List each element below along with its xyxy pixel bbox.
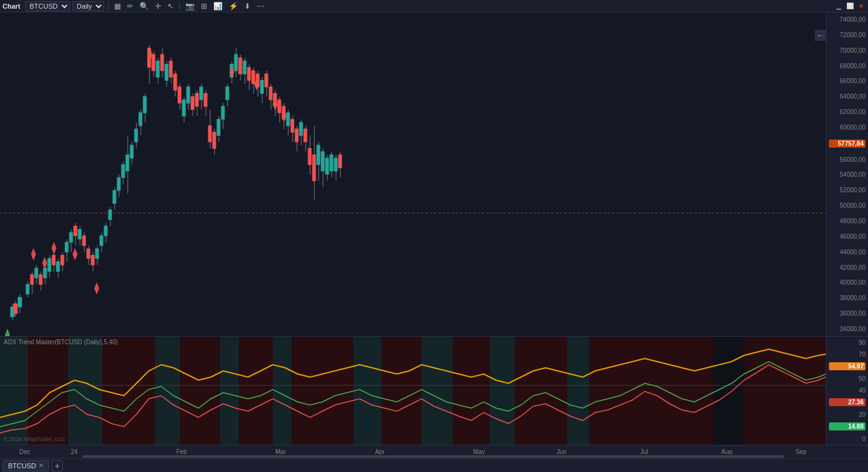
grid-icon[interactable]: ⊞ [199, 2, 209, 11]
adx-90: 90 [829, 339, 866, 346]
svg-rect-52 [82, 236, 86, 246]
adx-canvas [0, 337, 826, 445]
collapse-btn[interactable]: ← [815, 30, 826, 41]
svg-rect-160 [304, 129, 307, 142]
svg-rect-39 [56, 262, 60, 272]
tab-btcusd[interactable]: BTCUSD ✕ [2, 460, 49, 471]
bar-chart-icon[interactable]: ▦ [112, 2, 123, 11]
price-axis: 74000,00 72000,00 70000,00 68000,00 6600… [826, 12, 868, 336]
svg-rect-131 [247, 68, 250, 81]
adx-val-orange: 54.97 [829, 362, 866, 370]
adx-50: 50 [829, 375, 866, 382]
more-icon[interactable]: ⋯ [255, 2, 266, 11]
svg-rect-29 [39, 275, 42, 285]
adx-70: 70 [829, 351, 866, 358]
pencil-icon[interactable]: ✏ [125, 2, 135, 11]
close-btn[interactable]: ✕ [857, 2, 866, 10]
magnify-icon[interactable]: 🔍 [138, 2, 151, 11]
adx-copyright: © 2024 NinjaTrader, LLC [4, 436, 65, 442]
svg-rect-56 [91, 256, 94, 265]
svg-rect-108 [200, 87, 203, 100]
svg-rect-100 [182, 100, 185, 116]
tab-close-icon[interactable]: ✕ [38, 462, 43, 469]
chart-canvas [0, 12, 826, 336]
svg-rect-154 [291, 119, 294, 132]
svg-rect-196 [651, 337, 713, 445]
adx-0: 0 [829, 435, 866, 442]
price-74000: 74000,00 [829, 16, 866, 23]
svg-rect-104 [191, 97, 194, 110]
crosshair-icon[interactable]: ✛ [153, 2, 163, 11]
svg-rect-142 [269, 87, 272, 100]
svg-rect-140 [265, 74, 268, 87]
svg-rect-133 [252, 71, 255, 84]
svg-rect-127 [239, 58, 242, 74]
svg-rect-166 [317, 145, 320, 164]
svg-rect-172 [330, 155, 333, 171]
adx-40: 40 [829, 387, 866, 394]
svg-rect-81 [143, 97, 146, 113]
svg-rect-102 [187, 87, 190, 103]
current-price: 57757,84 [829, 140, 866, 148]
minimize-btn[interactable]: ▁ [835, 2, 843, 10]
price-62000: 62000,00 [829, 109, 866, 115]
svg-rect-120 [226, 87, 229, 100]
add-tab-button[interactable]: + [51, 460, 63, 471]
signal-icon[interactable]: ⚡ [227, 2, 240, 11]
svg-rect-71 [122, 164, 125, 177]
adx-20: 20 [829, 411, 866, 418]
price-40000: 40000,00 [829, 279, 866, 286]
price-66000: 66000,00 [829, 78, 866, 84]
svg-rect-112 [208, 126, 211, 142]
candle-icon[interactable]: 📊 [211, 2, 224, 11]
price-56000: 56000,00 [829, 156, 866, 163]
chart-panel: ← [0, 12, 868, 336]
svg-rect-174 [334, 158, 337, 171]
svg-rect-114 [213, 132, 216, 148]
svg-rect-36 [52, 256, 55, 265]
svg-rect-50 [78, 229, 81, 239]
svg-rect-195 [589, 337, 651, 445]
svg-rect-106 [195, 94, 198, 107]
scrollbar-area[interactable] [0, 455, 826, 458]
svg-rect-92 [165, 65, 168, 81]
svg-rect-193 [453, 337, 490, 445]
svg-rect-19 [18, 297, 22, 307]
main-area: ← [0, 12, 868, 458]
pointer-icon[interactable]: ↖ [166, 2, 175, 11]
svg-rect-158 [299, 122, 303, 135]
camera-icon[interactable]: 📷 [184, 2, 197, 11]
tab-bar: BTCUSD ✕ + [0, 458, 868, 472]
svg-rect-98 [178, 87, 181, 103]
price-36000: 36000,00 [829, 310, 866, 317]
download-icon[interactable]: ⬇ [242, 2, 252, 11]
svg-rect-170 [326, 158, 329, 174]
svg-rect-24 [30, 275, 33, 285]
svg-rect-45 [69, 233, 73, 243]
adx-title: ADX Trend Master(BTCUSD (Daily),5,40) [4, 339, 118, 345]
time-axis: Dec 24 Feb Mar Apr May Jun Jul Aug Sep [0, 445, 868, 458]
svg-rect-187 [28, 337, 68, 445]
svg-rect-43 [65, 243, 68, 252]
svg-rect-176 [339, 155, 342, 168]
svg-rect-192 [381, 337, 422, 445]
svg-rect-156 [295, 129, 298, 142]
svg-rect-69 [117, 177, 120, 190]
svg-rect-31 [43, 268, 46, 278]
svg-rect-116 [217, 119, 220, 135]
svg-rect-63 [104, 226, 107, 236]
restore-btn[interactable]: ⬜ [844, 2, 856, 10]
symbol-select[interactable]: BTCUSD [25, 1, 70, 11]
svg-rect-118 [221, 106, 224, 119]
svg-rect-162 [308, 148, 311, 164]
price-50000: 50000,00 [829, 202, 866, 209]
toolbar-separator-1 [108, 2, 108, 11]
svg-rect-183 [353, 337, 381, 445]
svg-rect-73 [126, 155, 129, 171]
timeframe-select[interactable]: Daily [73, 1, 104, 11]
svg-rect-164 [312, 155, 316, 181]
scrollbar-thumb[interactable] [82, 455, 784, 458]
svg-rect-90 [161, 55, 164, 71]
svg-rect-79 [139, 113, 142, 126]
svg-rect-47 [74, 226, 77, 236]
